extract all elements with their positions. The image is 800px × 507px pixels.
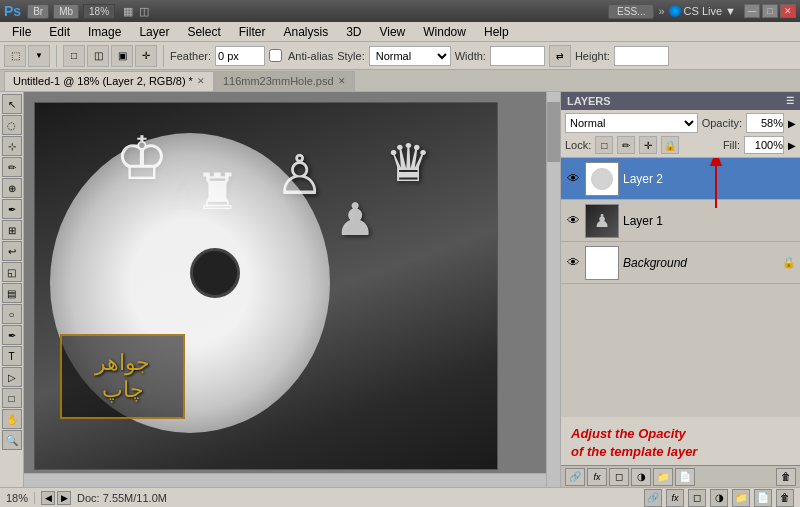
crop-tool[interactable]: ⊹ — [2, 136, 22, 156]
lock-fill-row: Lock: □ ✏ ✛ 🔒 Fill: ▶ — [565, 136, 796, 154]
menu-3d[interactable]: 3D — [338, 24, 369, 40]
menu-edit[interactable]: Edit — [41, 24, 78, 40]
add-mask-btn[interactable]: ◻ — [609, 468, 629, 486]
swap-dimensions-btn[interactable]: ⇄ — [549, 45, 571, 67]
bridge-app-btn[interactable]: Br — [27, 4, 49, 19]
layout-icon[interactable]: ◫ — [139, 5, 149, 18]
new-layer-btn[interactable]: 📄 — [675, 468, 695, 486]
width-input[interactable] — [490, 46, 545, 66]
height-input[interactable] — [614, 46, 669, 66]
adjust-status-btn[interactable]: ◑ — [710, 489, 728, 507]
lasso-tool[interactable]: ◌ — [2, 115, 22, 135]
nav-prev-btn[interactable]: ◀ — [41, 491, 55, 505]
tab-untitled-close[interactable]: ✕ — [197, 76, 205, 86]
status-zoom: 18% — [6, 492, 35, 504]
workspace-btn[interactable]: ESS... — [608, 4, 654, 19]
delete-status-btn[interactable]: 🗑 — [776, 489, 794, 507]
menu-analysis[interactable]: Analysis — [275, 24, 336, 40]
layer2-visibility-icon[interactable]: 👁 — [565, 171, 581, 186]
mask-status-btn[interactable]: ◻ — [688, 489, 706, 507]
hand-tool[interactable]: ✋ — [2, 409, 22, 429]
lock-transparent-btn[interactable]: □ — [595, 136, 613, 154]
history-tool[interactable]: ↩ — [2, 241, 22, 261]
mini-bridge-btn[interactable]: Mb — [53, 4, 79, 19]
stamp-tool[interactable]: ⊞ — [2, 220, 22, 240]
folder-status-btn[interactable]: 📁 — [732, 489, 750, 507]
cs-live-btn[interactable]: CS Live ▼ — [669, 5, 736, 17]
layer1-visibility-icon[interactable]: 👁 — [565, 213, 581, 228]
tab-hole-psd[interactable]: 116mm23mmHole.psd ✕ — [214, 71, 355, 91]
maximize-btn[interactable]: □ — [762, 4, 778, 18]
fill-input[interactable] — [744, 136, 784, 154]
canvas-vscroll[interactable] — [546, 92, 560, 487]
minimize-btn[interactable]: — — [744, 4, 760, 18]
new-status-btn[interactable]: 📄 — [754, 489, 772, 507]
heal-tool[interactable]: ⊕ — [2, 178, 22, 198]
rect-tool-2-btn[interactable]: ◫ — [87, 45, 109, 67]
menu-window[interactable]: Window — [415, 24, 474, 40]
canvas-vscroll-thumb[interactable] — [547, 102, 560, 162]
brush-tool[interactable]: ✒ — [2, 199, 22, 219]
opacity-input[interactable] — [746, 113, 784, 133]
tab-hole-close[interactable]: ✕ — [338, 76, 346, 86]
menu-view[interactable]: View — [371, 24, 413, 40]
marquee-tool-btn[interactable]: ⬚ — [4, 45, 26, 67]
fx-btn[interactable]: fx — [587, 468, 607, 486]
more-icon[interactable]: » — [658, 5, 664, 17]
menu-layer[interactable]: Layer — [131, 24, 177, 40]
annotation-area: Adjust the Opacityof the template layer — [561, 417, 800, 465]
delete-layer-btn[interactable]: 🗑 — [776, 468, 796, 486]
nav-next-btn[interactable]: ▶ — [57, 491, 71, 505]
status-bar: 18% ◀ ▶ Doc: 7.55M/11.0M 🔗 fx ◻ ◑ 📁 📄 🗑 — [0, 487, 800, 507]
menu-select[interactable]: Select — [179, 24, 228, 40]
link-layers-btn[interactable]: 🔗 — [565, 468, 585, 486]
menu-image[interactable]: Image — [80, 24, 129, 40]
anti-alias-label: Anti-alias — [288, 50, 333, 62]
bg-visibility-icon[interactable]: 👁 — [565, 255, 581, 270]
rect-tool-3-btn[interactable]: ▣ — [111, 45, 133, 67]
grid-icon[interactable]: ▦ — [123, 5, 133, 18]
marquee-options-btn[interactable]: ▼ — [28, 45, 50, 67]
layer-item-layer1[interactable]: 👁 ♟ Layer 1 — [561, 200, 800, 242]
tab-untitled[interactable]: Untitled-1 @ 18% (Layer 2, RGB/8) * ✕ — [4, 71, 214, 91]
feather-input[interactable] — [215, 46, 265, 66]
layer-item-layer2[interactable]: 👁 Layer 2 — [561, 158, 800, 200]
path-tool[interactable]: ▷ — [2, 367, 22, 387]
shape-tool[interactable]: □ — [2, 388, 22, 408]
move-tool[interactable]: ↖ — [2, 94, 22, 114]
gradient-tool[interactable]: ▤ — [2, 283, 22, 303]
panel-menu-icon[interactable]: ☰ — [786, 96, 794, 106]
lock-label: Lock: — [565, 139, 591, 151]
cs-live-label: CS Live — [684, 5, 723, 17]
menu-file[interactable]: File — [4, 24, 39, 40]
blend-mode-select[interactable]: Normal Multiply Screen — [565, 113, 698, 133]
link-icon-btn[interactable]: 🔗 — [644, 489, 662, 507]
opacity-arrow[interactable]: ▶ — [788, 118, 796, 129]
rect-tool-btn[interactable]: □ — [63, 45, 85, 67]
style-select[interactable]: Normal Fixed Ratio Fixed Size — [369, 46, 451, 66]
title-bar: Ps Br Mb 18% ▦ ◫ ESS... » CS Live ▼ — □ … — [0, 0, 800, 22]
layers-controls: Normal Multiply Screen Opacity: ▶ Lock: … — [561, 110, 800, 158]
dodge-tool[interactable]: ○ — [2, 304, 22, 324]
eyedropper-tool[interactable]: ✏ — [2, 157, 22, 177]
menu-help[interactable]: Help — [476, 24, 517, 40]
move-tool-btn[interactable]: ✛ — [135, 45, 157, 67]
layer-item-background[interactable]: 👁 Background 🔒 — [561, 242, 800, 284]
canvas-hscroll[interactable] — [24, 473, 546, 487]
menu-filter[interactable]: Filter — [231, 24, 274, 40]
type-tool[interactable]: T — [2, 346, 22, 366]
anti-alias-checkbox[interactable] — [269, 49, 282, 62]
eraser-tool[interactable]: ◱ — [2, 262, 22, 282]
pen-tool[interactable]: ✒ — [2, 325, 22, 345]
ps-icon: Ps — [4, 3, 21, 19]
zoom-tool[interactable]: 🔍 — [2, 430, 22, 450]
adjustment-btn[interactable]: ◑ — [631, 468, 651, 486]
lock-all-btn[interactable]: 🔒 — [661, 136, 679, 154]
bg-thumbnail — [585, 246, 619, 280]
close-btn[interactable]: ✕ — [780, 4, 796, 18]
fx-status-btn[interactable]: fx — [666, 489, 684, 507]
lock-paint-btn[interactable]: ✏ — [617, 136, 635, 154]
fill-arrow[interactable]: ▶ — [788, 140, 796, 151]
group-btn[interactable]: 📁 — [653, 468, 673, 486]
lock-position-btn[interactable]: ✛ — [639, 136, 657, 154]
